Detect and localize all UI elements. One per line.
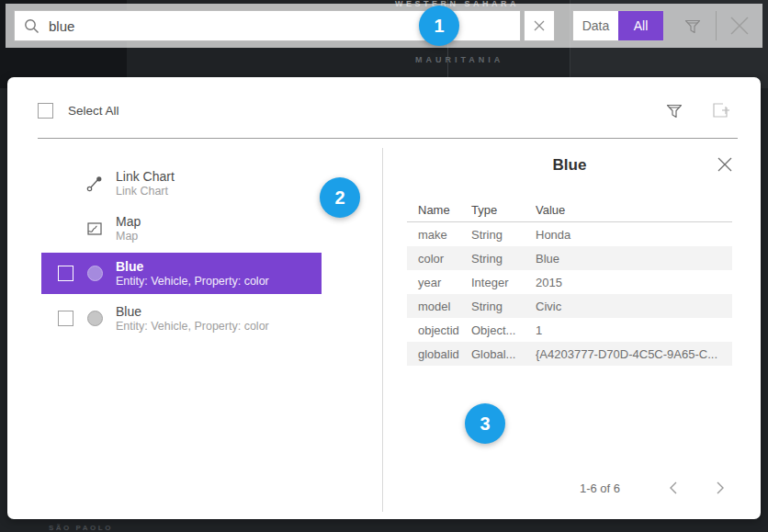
- detail-title: Blue: [407, 152, 732, 179]
- scope-all-button[interactable]: All: [618, 11, 663, 40]
- entity-circle-icon: [85, 265, 104, 283]
- select-all-label: Select All: [68, 104, 119, 118]
- clear-search-button[interactable]: [524, 10, 555, 41]
- cell-name: globalid: [407, 347, 471, 361]
- search-filter-button[interactable]: [682, 15, 704, 37]
- cell-name: year: [407, 276, 471, 289]
- result-title: Map: [116, 214, 141, 230]
- item-checkbox[interactable]: [58, 266, 73, 281]
- cell-type: Object...: [471, 323, 536, 337]
- funnel-icon: [665, 101, 683, 119]
- column-header-name: Name: [407, 203, 471, 217]
- result-subtitle: Entity: Vehicle, Property: color: [116, 275, 269, 289]
- select-all-checkbox[interactable]: [38, 103, 53, 119]
- search-results-panel: Select All: [7, 77, 761, 519]
- cell-name: make: [407, 228, 471, 242]
- search-toolbar: Data All: [6, 4, 762, 48]
- cell-value: {A4203777-D70D-4C5C-9A65-C...: [536, 347, 732, 361]
- cell-name: model: [407, 300, 471, 313]
- square-plus-icon: [710, 100, 730, 120]
- cell-value: Civic: [536, 300, 732, 313]
- map-icon: [85, 220, 104, 238]
- cell-type: String: [471, 252, 536, 266]
- cell-type: String: [471, 228, 536, 242]
- table-row: objectid Object... 1: [407, 318, 732, 342]
- cell-name: color: [407, 252, 471, 266]
- previous-page-button[interactable]: [661, 476, 684, 500]
- cell-type: String: [471, 300, 536, 313]
- table-row: globalid Global... {A4203777-D70D-4C5C-9…: [407, 342, 732, 366]
- cell-type: Global...: [471, 347, 536, 361]
- table-row: year Integer 2015: [407, 270, 732, 294]
- cell-value: Honda: [536, 228, 732, 242]
- detail-panel: Blue Name Type Value make String: [383, 139, 761, 519]
- table-row: model String Civic: [407, 294, 732, 318]
- results-header: Select All: [7, 77, 761, 138]
- add-result-button[interactable]: [708, 98, 732, 122]
- result-title: Link Chart: [116, 169, 175, 185]
- clear-icon: [534, 20, 545, 31]
- result-subtitle: Entity: Vehicle, Property: color: [116, 320, 269, 334]
- result-item-map[interactable]: Map Map: [41, 208, 322, 249]
- close-icon: [729, 16, 750, 36]
- result-item-blue[interactable]: Blue Entity: Vehicle, Property: color: [41, 298, 322, 339]
- search-scope-toggle: Data All: [572, 10, 664, 41]
- column-header-value: Value: [536, 203, 732, 217]
- search-icon: [24, 18, 40, 34]
- result-subtitle: Map: [116, 230, 141, 243]
- result-title: Blue: [116, 304, 269, 320]
- cell-value: 2015: [536, 276, 732, 289]
- properties-table: Name Type Value make String Honda color …: [407, 198, 732, 366]
- result-item-link-chart[interactable]: Link Chart Link Chart: [41, 163, 322, 204]
- next-page-button[interactable]: [708, 476, 732, 500]
- page-range-label: 1-6 of 6: [580, 481, 620, 495]
- chevron-right-icon: [717, 481, 725, 494]
- annotation-badge-3: 3: [465, 403, 505, 444]
- chevron-left-icon: [669, 481, 677, 494]
- annotation-badge-1: 1: [419, 6, 459, 46]
- table-row: color String Blue: [407, 246, 732, 270]
- result-subtitle: Link Chart: [116, 185, 175, 198]
- toolbar-divider: [716, 11, 717, 40]
- map-label-mauritania: MAURITANIA: [415, 55, 503, 64]
- link-chart-icon: [85, 175, 104, 193]
- cell-value: 1: [536, 323, 732, 337]
- close-icon: [717, 157, 732, 172]
- cell-type: Integer: [471, 276, 536, 289]
- scope-data-button[interactable]: Data: [573, 11, 618, 40]
- annotation-badge-2: 2: [320, 177, 360, 218]
- funnel-icon: [683, 17, 702, 35]
- close-detail-button[interactable]: [714, 153, 736, 175]
- result-item-blue-selected[interactable]: Blue Entity: Vehicle, Property: color: [41, 253, 322, 294]
- close-search-button[interactable]: [725, 11, 754, 40]
- results-filter-button[interactable]: [662, 98, 686, 122]
- table-row: make String Honda: [407, 222, 732, 246]
- entity-circle-icon: [85, 310, 104, 328]
- cell-name: objectid: [407, 323, 471, 337]
- column-header-type: Type: [471, 203, 536, 217]
- item-checkbox[interactable]: [58, 311, 73, 326]
- map-label-city: SÃO PAOLO: [49, 524, 113, 532]
- table-header-row: Name Type Value: [407, 198, 732, 221]
- result-title: Blue: [116, 259, 269, 275]
- pagination: 1-6 of 6: [407, 476, 732, 500]
- cell-value: Blue: [536, 252, 732, 266]
